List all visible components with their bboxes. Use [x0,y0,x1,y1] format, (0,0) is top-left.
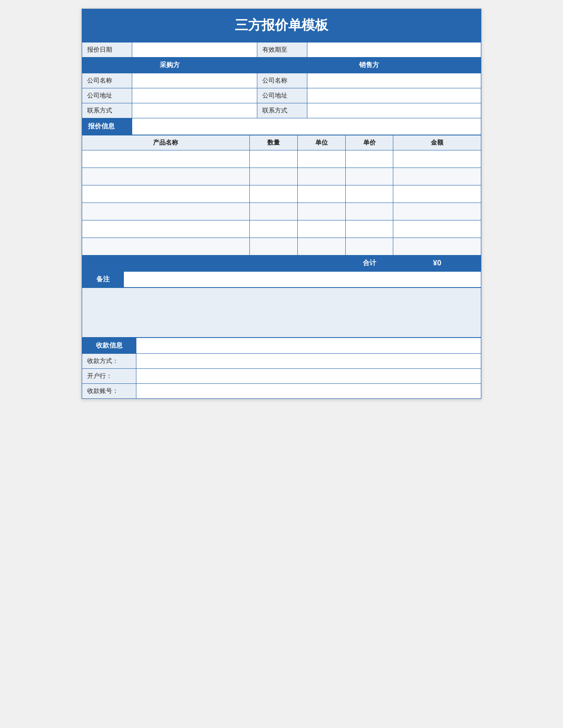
product-amount-1 [393,150,481,168]
company-name-row: 公司名称 公司名称 [82,73,481,88]
product-amount-5 [393,220,481,238]
seller-contact-value [307,103,481,118]
quote-info-value [132,118,481,135]
payment-header-row: 收款信息 [82,338,481,354]
product-table: 产品名称 数量 单位 单价 金额 [82,135,481,271]
product-amount-6 [393,238,481,255]
product-name-6 [82,238,250,255]
remarks-row: 备注 [82,272,481,288]
payment-info-label: 收款信息 [82,338,136,354]
product-row-5 [82,220,481,238]
product-unit-1 [297,150,345,168]
remarks-area [82,288,481,338]
product-unit-6 [297,238,345,255]
product-name-3 [82,185,250,203]
product-qty-3 [249,185,297,203]
quote-date-value [132,43,257,58]
product-unit-2 [297,168,345,185]
product-qty-4 [249,203,297,220]
total-empty-3 [297,255,345,271]
product-qty-5 [249,220,297,238]
company-address-row: 公司地址 公司地址 [82,88,481,103]
buyer-address-value [132,88,257,103]
payment-account-row: 收款账号： [82,384,481,399]
total-row: 合计 ¥0 [82,255,481,271]
valid-until-value [307,43,481,58]
product-price-2 [345,168,393,185]
product-row-6 [82,238,481,255]
col-quantity: 数量 [249,135,297,150]
product-row-1 [82,150,481,168]
product-price-3 [345,185,393,203]
quote-date-row: 报价日期 有效期至 [82,43,481,58]
product-row-3 [82,185,481,203]
product-price-4 [345,203,393,220]
seller-address-value [307,88,481,103]
buyer-contact-label: 联系方式 [82,103,132,118]
product-price-6 [345,238,393,255]
contact-row: 联系方式 联系方式 [82,103,481,118]
product-qty-1 [249,150,297,168]
seller-header: 销售方 [257,58,481,73]
payment-account-label: 收款账号： [82,384,136,399]
buyer-header: 采购方 [82,58,257,73]
payment-bank-value [136,369,481,384]
document-title: 三方报价单模板 [82,9,481,42]
product-name-5 [82,220,250,238]
main-table: 报价日期 有效期至 采购方 销售方 公司名称 公司名称 公司地址 公司地址 联系… [82,42,481,135]
buyer-contact-value [132,103,257,118]
buyer-company-name-value [132,73,257,88]
product-price-1 [345,150,393,168]
quote-info-header-row: 报价信息 [82,118,481,135]
product-amount-3 [393,185,481,203]
product-unit-3 [297,185,345,203]
payment-method-row: 收款方式： [82,354,481,369]
seller-company-name-value [307,73,481,88]
col-unit-price: 单价 [345,135,393,150]
payment-bank-row: 开户行： [82,369,481,384]
col-unit: 单位 [297,135,345,150]
product-row-2 [82,168,481,185]
col-amount: 金额 [393,135,481,150]
remarks-label: 备注 [82,272,124,288]
product-name-1 [82,150,250,168]
total-label: 合计 [345,255,393,271]
party-header-row: 采购方 销售方 [82,58,481,73]
product-amount-4 [393,203,481,220]
quote-date-label: 报价日期 [82,43,132,58]
product-name-2 [82,168,250,185]
seller-contact-label: 联系方式 [257,103,307,118]
valid-until-label: 有效期至 [257,43,307,58]
product-table-header: 产品名称 数量 单位 单价 金额 [82,135,481,150]
payment-method-label: 收款方式： [82,354,136,369]
total-empty-2 [249,255,297,271]
document-container: 三方报价单模板 报价日期 有效期至 采购方 销售方 公司名称 公司名称 公司地址… [81,8,482,399]
payment-table: 收款信息 收款方式： 开户行： 收款账号： [82,338,481,399]
buyer-address-label: 公司地址 [82,88,132,103]
total-empty-1 [82,255,250,271]
product-price-5 [345,220,393,238]
seller-company-name-label: 公司名称 [257,73,307,88]
seller-address-label: 公司地址 [257,88,307,103]
remarks-table: 备注 [82,271,481,288]
product-unit-5 [297,220,345,238]
payment-bank-label: 开户行： [82,369,136,384]
product-amount-2 [393,168,481,185]
payment-method-value [136,354,481,369]
buyer-company-name-label: 公司名称 [82,73,132,88]
product-name-4 [82,203,250,220]
product-row-4 [82,203,481,220]
payment-info-value [136,338,481,354]
product-qty-6 [249,238,297,255]
quote-info-label: 报价信息 [82,118,132,135]
col-product-name: 产品名称 [82,135,250,150]
payment-account-value [136,384,481,399]
product-unit-4 [297,203,345,220]
total-value: ¥0 [393,255,481,271]
remarks-value [124,272,481,288]
product-qty-2 [249,168,297,185]
